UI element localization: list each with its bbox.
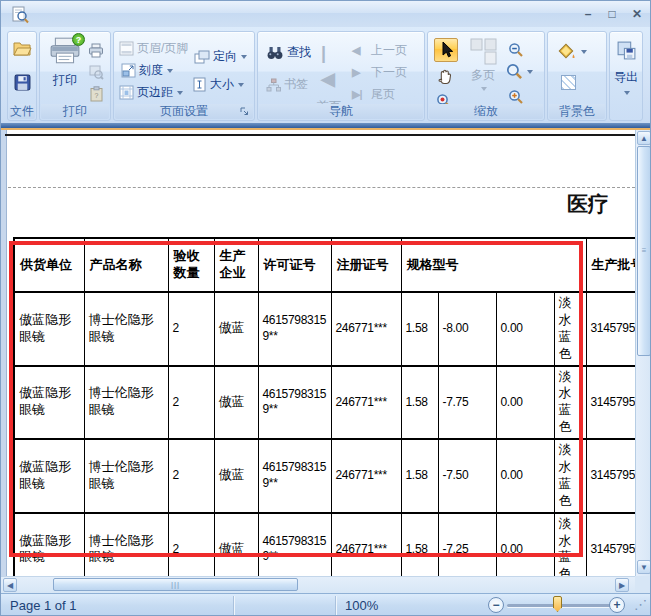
group-label-file: 文件: [9, 104, 35, 119]
statusbar-separator: [335, 596, 336, 615]
vertical-scrollbar[interactable]: ▲ ≡ ▼: [635, 130, 651, 576]
scroll-up-button[interactable]: ▲: [637, 131, 651, 145]
multi-page-button[interactable]: 多页: [462, 38, 504, 104]
prev-page-icon: ◀: [352, 44, 368, 57]
cell-registration: 246771***: [331, 513, 401, 576]
minimize-button[interactable]: –: [579, 7, 597, 22]
group-label-print: 打印: [41, 104, 109, 119]
statusbar-separator: [233, 596, 234, 615]
scale-icon: [121, 63, 136, 78]
find-button[interactable]: 查找: [266, 44, 311, 61]
horizontal-scroll-thumb[interactable]: |||: [53, 578, 298, 591]
size-label: 大小: [210, 76, 234, 93]
col-header-spec: 规格型号: [401, 238, 586, 292]
binoculars-icon: [266, 45, 284, 60]
pan-tool-button[interactable]: [433, 65, 457, 89]
col-header-registration: 注册证号: [331, 238, 401, 292]
scroll-down-button[interactable]: ▼: [637, 560, 651, 574]
cell-spec-d: 淡水蓝色: [554, 513, 586, 576]
size-icon: [192, 77, 207, 92]
preview-app-icon: [11, 6, 29, 24]
print-button[interactable]: ? 打印: [44, 37, 86, 105]
zoom-out-icon: [508, 42, 524, 58]
hatch-pattern-icon: [561, 75, 576, 90]
table-row: 傲蓝隐形眼镜 博士伦隐形眼镜 2 傲蓝 46157983159** 246771…: [14, 513, 635, 576]
export-button[interactable]: 导出: [612, 40, 640, 114]
cell-qty: 2: [168, 366, 214, 440]
cell-manufacturer: 傲蓝: [214, 439, 258, 513]
zoom-slider-track[interactable]: [507, 604, 619, 607]
cell-license: 46157983159**: [258, 292, 331, 366]
group-label-background: 背景色: [549, 104, 605, 119]
bookmark-button[interactable]: 书签: [266, 76, 308, 93]
page-left-margin-strip: [1, 130, 7, 576]
cell-spec-d: 淡水蓝色: [554, 292, 586, 366]
cell-spec-c: 0.00: [496, 439, 554, 513]
resize-grip-icon[interactable]: ⋰: [634, 597, 647, 612]
titlebar: – □ ✕: [1, 1, 650, 27]
cell-supplier: 傲蓝隐形眼镜: [14, 292, 84, 366]
table-row: 傲蓝隐形眼镜 博士伦隐形眼镜 2 傲蓝 46157983159** 246771…: [14, 366, 635, 440]
header-footer-button[interactable]: 页眉/页脚: [119, 40, 188, 57]
header-footer-label: 页眉/页脚: [137, 40, 188, 57]
zoom-out-slider-button[interactable]: −: [488, 597, 504, 613]
paint-bucket-icon: [556, 42, 577, 61]
group-print: ? 打印: [39, 31, 111, 121]
next-page-button[interactable]: ▶ 下一页: [352, 64, 407, 81]
statusbar: Page 1 of 1 100% − + ⋰: [1, 593, 650, 616]
hand-icon: [436, 68, 454, 86]
zoom-in-slider-button[interactable]: +: [609, 597, 625, 613]
cell-spec-d: 淡水蓝色: [554, 366, 586, 440]
document-viewport[interactable]: 医疗 供货单位 产品名称 验收数量 生产企业 许可证号 注册证号 规格型号 生产…: [1, 130, 635, 576]
print-options-button[interactable]: [86, 62, 106, 82]
size-button[interactable]: 大小: [192, 76, 244, 93]
quick-print-button[interactable]: [86, 40, 106, 60]
maximize-button[interactable]: □: [603, 7, 621, 22]
orientation-icon: [194, 50, 210, 64]
clipboard-icon: ?: [90, 86, 103, 102]
scale-button[interactable]: 刻度: [121, 62, 173, 79]
header-footer-icon: [119, 41, 134, 56]
cell-spec-b: -7.75: [438, 366, 496, 440]
save-button[interactable]: [14, 74, 31, 91]
thumb-grip-icon: |||: [171, 583, 180, 587]
horizontal-scrollbar[interactable]: ◀ ||| ▶: [1, 576, 635, 593]
background-color-button[interactable]: [556, 42, 587, 61]
cell-manufacturer: 傲蓝: [214, 366, 258, 440]
select-tool-button[interactable]: [434, 38, 458, 62]
cell-qty: 2: [168, 292, 214, 366]
scroll-right-button[interactable]: ▶: [615, 578, 629, 592]
margins-button[interactable]: 页边距: [119, 84, 183, 101]
cell-license: 46157983159**: [258, 366, 331, 440]
open-file-button[interactable]: [13, 40, 32, 56]
prev-page-label: 上一页: [371, 42, 407, 59]
margins-label: 页边距: [137, 84, 173, 101]
vertical-scroll-thumb[interactable]: ≡: [637, 146, 651, 356]
print-preview-window: – □ ✕ 文件: [0, 0, 651, 616]
zoom-slider-thumb[interactable]: [553, 596, 562, 612]
zoom-level-button[interactable]: [506, 63, 533, 80]
orientation-button[interactable]: 定向: [194, 48, 247, 65]
cell-registration: 246771***: [331, 439, 401, 513]
clipboard-button[interactable]: ?: [86, 84, 106, 104]
prev-page-button[interactable]: ◀ 上一页: [352, 42, 407, 59]
zoom-out-button[interactable]: [506, 40, 526, 60]
scroll-left-button[interactable]: ◀: [3, 578, 17, 592]
save-icon: [14, 74, 31, 91]
col-header-manufacturer: 生产企业: [214, 238, 258, 292]
thumb-grip-icon: ≡: [642, 249, 647, 253]
ribbon-toolbar: 文件 ? 打印: [1, 27, 650, 123]
first-page-button[interactable]: |◀ 首页: [310, 40, 348, 100]
table-row: 傲蓝隐形眼镜 博士伦隐形眼镜 2 傲蓝 46157983159** 246771…: [14, 292, 635, 366]
group-export: 导出: [609, 31, 643, 121]
col-header-supplier: 供货单位: [14, 238, 84, 292]
last-page-button[interactable]: ▶| 尾页: [352, 86, 395, 103]
background-pattern-button[interactable]: [558, 72, 578, 92]
export-label: 导出: [614, 69, 638, 86]
close-button[interactable]: ✕: [628, 7, 646, 22]
dialog-launcher-icon[interactable]: [239, 106, 250, 117]
group-navigation: 查找 书签 |◀ 首页 ◀ 上一页 ▶ 下一页: [257, 31, 425, 121]
cell-license: 46157983159**: [258, 439, 331, 513]
cell-spec-c: 0.00: [496, 366, 554, 440]
report-table: 供货单位 产品名称 验收数量 生产企业 许可证号 注册证号 规格型号 生产批号 …: [13, 237, 635, 576]
